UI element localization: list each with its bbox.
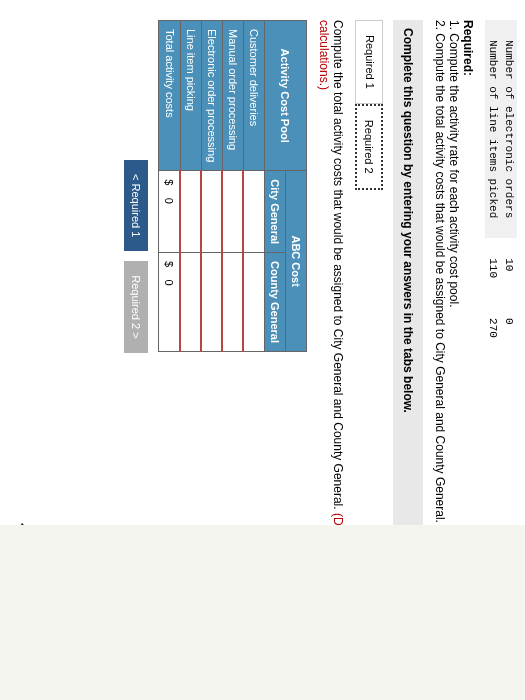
question-text: Compute the total activity costs that wo… — [317, 20, 345, 525]
next-required-button[interactable]: Required 2 > — [125, 261, 149, 352]
footer-prev[interactable]: < Prev — [15, 523, 29, 525]
data-label: Number of line items picked — [485, 20, 501, 238]
data-value: 10 — [501, 238, 517, 298]
required-section: Required: 1. Compute the activity rate f… — [433, 20, 475, 525]
header-abc: ABC Cost — [286, 171, 307, 352]
input-cell[interactable] — [202, 171, 223, 253]
abc-cost-table: Activity Cost Pool ABC Cost City General… — [159, 20, 308, 352]
top-data-table: Number of electronic orders 10 0 Number … — [485, 20, 517, 358]
input-cell[interactable] — [244, 253, 265, 352]
input-cell[interactable] — [244, 171, 265, 253]
required-item: 2. Compute the total activity costs that… — [433, 20, 447, 525]
page-container: Number of electronic orders 10 0 Number … — [0, 0, 525, 525]
footer-nav: < Prev 6 of 8 Next > — [15, 523, 29, 525]
required-item: 1. Compute the activity rate for each ac… — [447, 20, 461, 525]
input-cell[interactable] — [202, 253, 223, 352]
instruction-bar: Complete this question by entering your … — [393, 20, 423, 525]
question-main: Compute the total activity costs that wo… — [331, 20, 345, 513]
input-cell[interactable] — [181, 171, 202, 253]
input-cell[interactable] — [223, 171, 244, 253]
data-label: Number of electronic orders — [501, 20, 517, 238]
data-value: 270 — [485, 298, 501, 358]
tab-required-1[interactable]: Required 1 — [355, 20, 383, 104]
tab-required-2[interactable]: Required 2 — [355, 104, 383, 190]
row-total: Total activity costs — [159, 21, 181, 171]
prev-required-button[interactable]: < Required 1 — [125, 160, 149, 251]
row-line-item: Line item picking — [181, 21, 202, 171]
data-value: 110 — [485, 238, 501, 298]
tab-container: Required 1 Required 2 — [355, 20, 383, 525]
row-electronic-order: Electronic order processing — [202, 21, 223, 171]
input-cell[interactable] — [223, 253, 244, 352]
row-customer-deliveries: Customer deliveries — [244, 21, 265, 171]
nav-buttons: < Required 1 Required 2 > — [125, 160, 149, 525]
row-manual-order: Manual order processing — [223, 21, 244, 171]
header-county: County General — [265, 253, 286, 352]
required-heading: Required: — [461, 20, 475, 525]
total-city: $ 0 — [159, 171, 181, 253]
input-cell[interactable] — [181, 253, 202, 352]
header-pool: Activity Cost Pool — [265, 21, 307, 171]
data-value: 0 — [501, 298, 517, 358]
total-county: $ 0 — [159, 253, 181, 352]
header-city: City General — [265, 171, 286, 253]
